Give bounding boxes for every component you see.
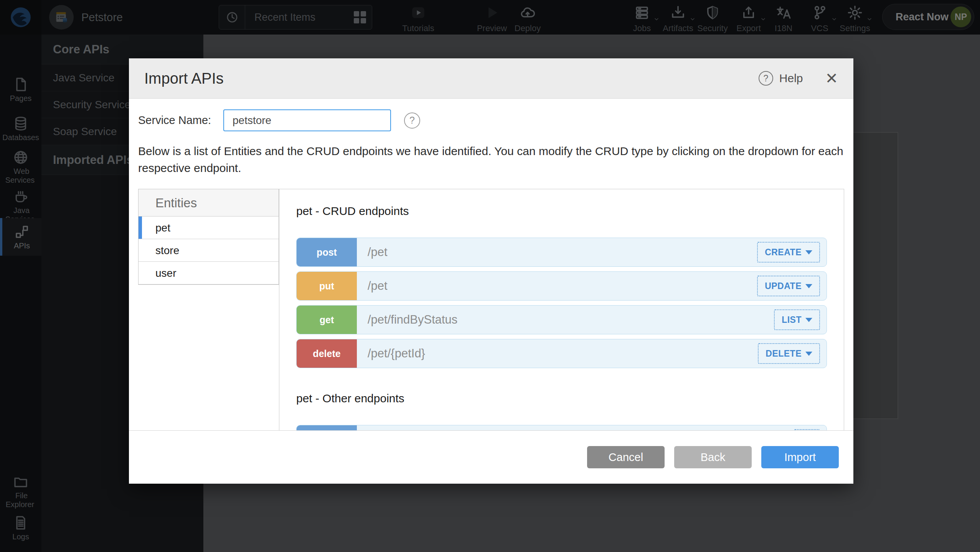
crud-type-dropdown[interactable]: DELETE xyxy=(758,343,820,364)
caret-down-icon xyxy=(805,352,812,356)
service-name-label: Service Name: xyxy=(138,114,223,127)
close-icon[interactable]: ✕ xyxy=(825,71,838,86)
dialog-description: Below is a list of Entities and the CRUD… xyxy=(138,143,844,177)
crud-type-label: UPDATE xyxy=(765,281,802,291)
caret-down-icon xyxy=(805,284,812,288)
service-name-input[interactable] xyxy=(223,109,391,131)
endpoint-row: post /pet CREATE xyxy=(296,238,827,267)
service-name-help-icon[interactable]: ? xyxy=(404,112,420,129)
endpoint-row: delete /pet/{petId} DELETE xyxy=(296,339,827,368)
endpoint-path: /pet xyxy=(368,279,388,293)
dialog-body: Service Name: ? Below is a list of Entit… xyxy=(129,99,853,431)
help-button[interactable]: ? Help xyxy=(759,71,803,86)
endpoint-path: /pet/{petId} xyxy=(368,347,425,360)
dialog-title: Import APIs xyxy=(144,70,224,87)
entity-item-pet[interactable]: pet xyxy=(139,217,279,239)
endpoint-row: get /pet/findByStatus LIST xyxy=(296,305,827,334)
crud-type-label: DELETE xyxy=(766,349,802,359)
endpoint-row-partial: post xyxy=(296,425,827,431)
section-title-other: pet - Other endpoints xyxy=(296,392,827,405)
entities-list: Entities pet store user xyxy=(138,189,279,285)
crud-type-dropdown[interactable]: LIST xyxy=(774,309,820,330)
method-badge-delete: delete xyxy=(297,339,357,368)
method-badge-post: post xyxy=(297,238,357,266)
help-circle-icon: ? xyxy=(759,71,773,86)
endpoints-panel: pet - CRUD endpoints post /pet CREATE pu… xyxy=(279,189,844,431)
import-apis-dialog: Import APIs ? Help ✕ Service Name: ? Bel… xyxy=(129,58,853,484)
caret-down-icon xyxy=(805,318,812,322)
method-badge-put: put xyxy=(297,272,357,300)
crud-type-label: LIST xyxy=(782,315,802,325)
help-label: Help xyxy=(779,72,803,85)
method-badge-post: post xyxy=(297,425,357,431)
import-button[interactable]: Import xyxy=(761,446,839,468)
endpoint-path: /pet/findByStatus xyxy=(368,313,457,327)
endpoint-path: /pet xyxy=(368,245,388,259)
dialog-footer: Cancel Back Import xyxy=(129,431,853,484)
back-button[interactable]: Back xyxy=(674,446,752,468)
crud-type-label: CREATE xyxy=(765,247,802,258)
entity-item-user[interactable]: user xyxy=(139,262,279,284)
dialog-header: Import APIs ? Help ✕ xyxy=(129,58,853,99)
caret-down-icon xyxy=(805,250,812,255)
section-title-crud: pet - CRUD endpoints xyxy=(296,205,827,218)
crud-type-dropdown[interactable]: CREATE xyxy=(757,242,820,263)
method-badge-get: get xyxy=(297,306,357,334)
entity-item-store[interactable]: store xyxy=(139,239,279,262)
endpoint-row: put /pet UPDATE xyxy=(296,271,827,301)
cancel-button[interactable]: Cancel xyxy=(587,446,665,468)
crud-type-dropdown[interactable]: UPDATE xyxy=(757,276,820,296)
entities-header: Entities xyxy=(139,189,279,217)
